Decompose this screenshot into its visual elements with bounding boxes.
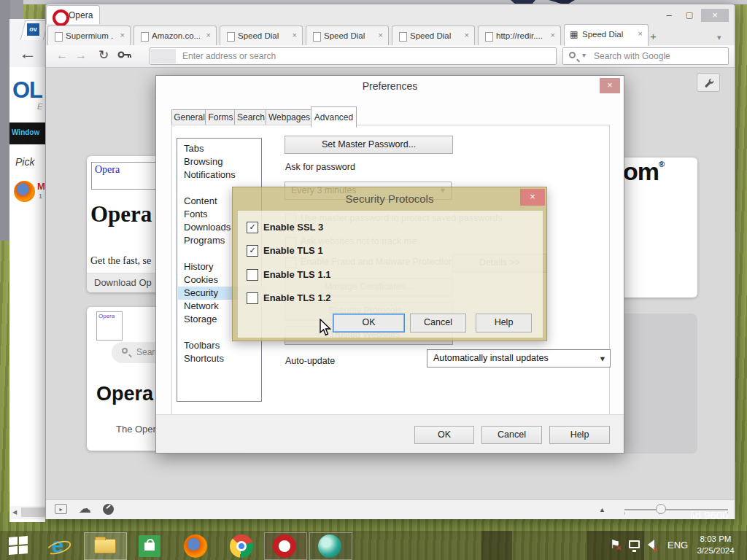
opera-menu-label: Opera (69, 10, 93, 20)
preferences-close-button[interactable]: × (600, 78, 620, 93)
tab-speed-dial-3[interactable]: Speed Dial × (392, 26, 475, 46)
tab-speed-dial-active[interactable]: ▦ Speed Dial × (564, 24, 649, 46)
enable-tls12-label: Enable TLS 1.2 (263, 292, 330, 303)
taskbar: e ⚑✕ ✕ ENG 8:03 PM3/25/2024 (0, 531, 747, 560)
speed-dial-card-amazon[interactable]: com® (616, 158, 697, 298)
auto-update-select[interactable]: Automatically install updates (427, 349, 611, 368)
speed-dial-settings-button[interactable] (697, 73, 720, 92)
tab-supermium[interactable]: Supermium ... × (47, 26, 131, 46)
tab-label: Speed Dial (582, 30, 623, 39)
auto-update-label: Auto-update (285, 356, 335, 366)
cancel-button[interactable]: Cancel (410, 314, 466, 332)
thumbnail-box: Opera (96, 311, 123, 341)
search-field[interactable]: ▾ Search with Google (562, 47, 729, 65)
list-item-shortcuts[interactable]: Shortcuts (178, 352, 266, 365)
list-item-tabs[interactable]: Tabs (178, 142, 266, 155)
site-text-fragment: Pick (15, 156, 34, 168)
new-tab-button[interactable]: + (650, 30, 657, 42)
list-item-browsing[interactable]: Browsing (178, 155, 266, 168)
tab-list-chevron-icon[interactable]: ▾ (717, 33, 721, 42)
enable-tls11-label: Enable TLS 1.1 (263, 269, 330, 280)
tab-speed-dial-1[interactable]: Speed Dial × (220, 26, 303, 46)
tab-label: http://redir.... (496, 31, 543, 40)
volume-muted-icon[interactable]: ✕ (648, 540, 654, 550)
tab-label: Speed Dial (238, 31, 279, 40)
windows-store-icon[interactable] (139, 535, 160, 557)
opera-icon[interactable] (273, 534, 296, 558)
action-center-flag-icon[interactable]: ⚑✕ (610, 537, 620, 560)
maxthon-icon[interactable] (318, 534, 341, 558)
tab-close-icon[interactable]: × (293, 31, 297, 39)
tab-speed-dial-2[interactable]: Speed Dial × (306, 26, 389, 46)
key-icon[interactable] (117, 50, 132, 63)
scroll-left-icon[interactable]: ◀ (12, 509, 17, 516)
scrollbar-thumb[interactable] (21, 508, 45, 517)
opera-menu-button[interactable]: Opera (46, 5, 100, 24)
page-icon (141, 32, 149, 42)
zoom-slider-knob[interactable] (656, 504, 666, 514)
card-body-text: Get the fast, se (90, 255, 151, 267)
tab-advanced[interactable]: Advanced (311, 106, 357, 128)
opera-link-cloud-icon[interactable]: ☁ (79, 501, 91, 516)
site-navbar: Window (9, 122, 45, 144)
speed-dial-card-empty[interactable] (616, 314, 697, 454)
tab-bar: Supermium ... × Amazon.co... × Speed Dia… (46, 24, 735, 45)
background-browser-window: ov ← OL E Window Pick M 1 ◀ (9, 19, 45, 522)
back-button[interactable]: ← (56, 49, 68, 62)
maximize-button[interactable]: ▢ (681, 9, 697, 22)
taskbar-shadow-patch (481, 531, 512, 560)
clock[interactable]: 8:03 PM3/25/2024 (692, 533, 740, 560)
firefox-logo-icon (14, 181, 35, 202)
enable-tls11-checkbox[interactable] (247, 269, 258, 281)
chrome-icon[interactable] (230, 534, 253, 558)
enable-tls1-checkbox[interactable]: ✓ (247, 245, 258, 257)
tab-redirect[interactable]: http://redir.... × (478, 26, 561, 46)
enable-ssl3-checkbox[interactable]: ✓ (247, 222, 258, 233)
close-button[interactable]: × (701, 9, 729, 22)
help-button[interactable]: Help (549, 426, 610, 444)
wrench-icon (703, 77, 715, 89)
zoom-popup-icon[interactable]: ▲ (599, 506, 605, 513)
address-favicon-well (151, 49, 176, 63)
forward-button[interactable]: → (75, 49, 87, 62)
registered-mark: ® (659, 160, 664, 168)
ok-button[interactable]: OK (414, 426, 474, 444)
enable-tls1-label: Enable TLS 1 (263, 245, 323, 256)
tab-close-icon[interactable]: × (120, 31, 125, 39)
windows-build-watermark: ild 9600 (690, 509, 729, 521)
site-logo-fragment: OL (12, 77, 42, 104)
tab-close-icon[interactable]: × (638, 29, 643, 38)
tab-close-icon[interactable]: × (206, 31, 211, 39)
back-arrow-icon[interactable]: ← (19, 44, 36, 63)
internet-explorer-icon[interactable]: e (45, 535, 70, 557)
tab-close-icon[interactable]: × (465, 31, 469, 39)
cancel-button[interactable]: Cancel (481, 426, 542, 444)
start-button[interactable] (9, 536, 28, 555)
language-indicator[interactable]: ENG (667, 540, 688, 560)
security-dialog-close-button[interactable]: × (520, 189, 545, 206)
speed-dial-grid-icon: ▦ (570, 29, 578, 39)
network-icon[interactable] (629, 540, 640, 548)
page-icon (399, 32, 407, 42)
opera-turbo-icon[interactable] (103, 504, 114, 515)
file-explorer-icon[interactable] (94, 539, 116, 553)
firefox-icon[interactable] (184, 534, 207, 558)
address-bar[interactable]: Enter address or search (150, 47, 557, 65)
reload-button[interactable]: ↻ (98, 47, 109, 63)
tab-amazon[interactable]: Amazon.co... × (133, 26, 217, 46)
ok-button[interactable]: OK (333, 314, 405, 332)
tab-label: Amazon.co... (152, 31, 200, 40)
site-navbar-link[interactable]: Window (12, 128, 39, 136)
set-master-password-button[interactable]: Set Master Password... (285, 136, 453, 154)
tab-close-icon[interactable]: × (379, 31, 383, 39)
minimize-button[interactable]: – (661, 9, 677, 22)
enable-tls12-checkbox[interactable] (247, 292, 258, 304)
site-link-fragment[interactable]: M (37, 181, 45, 192)
list-item-notifications[interactable]: Notifications (178, 168, 266, 182)
panels-toggle-icon[interactable]: ▸ (55, 504, 67, 514)
tab-close-icon[interactable]: × (551, 31, 555, 39)
help-button[interactable]: Help (476, 314, 532, 332)
mouse-cursor (320, 319, 332, 340)
search-engine-chevron-icon[interactable]: ▾ (582, 51, 586, 59)
thumbnail-link: Opera (98, 313, 115, 319)
